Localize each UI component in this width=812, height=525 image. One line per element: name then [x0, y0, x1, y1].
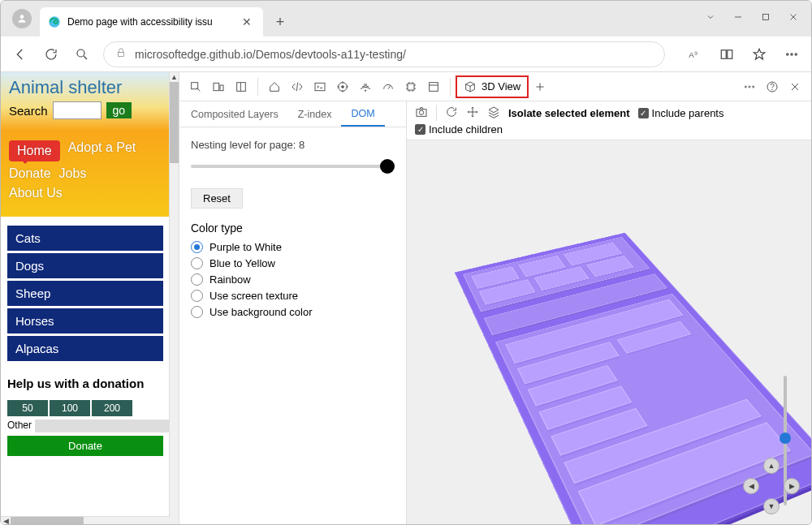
radio-icon [191, 290, 203, 302]
svg-rect-16 [214, 83, 219, 90]
tab-composited[interactable]: Composited Layers [181, 101, 288, 127]
performance-icon[interactable] [377, 75, 400, 98]
donation-amount[interactable]: 100 [50, 400, 90, 416]
profile-avatar[interactable] [12, 9, 32, 28]
network-icon[interactable] [354, 75, 377, 98]
rendered-page: Animal shelter Search go HomeAdopt a Pet… [1, 72, 179, 525]
elements-icon[interactable] [286, 75, 309, 98]
help-icon[interactable] [761, 75, 784, 98]
nav-adopt[interactable]: Adopt a Pet [68, 140, 136, 161]
add-tool-icon[interactable] [529, 75, 551, 98]
pan-icon[interactable] [466, 105, 479, 121]
page-title: Animal shelter [9, 77, 162, 98]
3d-view-canvas-panel: Isolate selected element Include parents… [407, 101, 811, 525]
svg-rect-17 [220, 85, 223, 91]
retake-icon[interactable] [445, 105, 458, 121]
search-label: Search [9, 104, 48, 118]
read-aloud-icon[interactable]: A⁹ [685, 45, 704, 64]
svg-rect-11 [728, 49, 732, 58]
nesting-slider[interactable] [191, 159, 395, 174]
back-button[interactable] [11, 45, 30, 64]
dpad-right[interactable]: ▶ [784, 478, 800, 494]
category-item[interactable]: Horses [7, 308, 163, 334]
donate-button[interactable]: Donate [7, 436, 163, 456]
radio-icon [191, 257, 203, 269]
svg-text:A⁹: A⁹ [689, 49, 698, 58]
console-icon[interactable] [309, 75, 331, 98]
color-option[interactable]: Use background color [191, 306, 395, 318]
welcome-icon[interactable] [263, 75, 286, 98]
new-tab-button[interactable]: + [268, 10, 292, 34]
include-parents-checkbox[interactable]: Include parents [638, 107, 724, 119]
search-input[interactable] [53, 101, 102, 119]
main-nav: HomeAdopt a Pet DonateJobs About Us [1, 131, 170, 217]
device-icon[interactable] [207, 75, 230, 98]
dpad-down[interactable]: ▼ [763, 498, 780, 514]
nav-home[interactable]: Home [9, 140, 60, 161]
page-scrollbar-vertical[interactable]: ▲ [169, 72, 179, 525]
category-list: Cats Dogs Sheep Horses Alpacas [1, 217, 170, 370]
color-option[interactable]: Blue to Yellow [191, 257, 395, 269]
window-controls [698, 6, 806, 28]
browser-tab[interactable]: Demo page with accessibility issu ✕ [40, 7, 263, 37]
svg-line-7 [84, 56, 87, 59]
nav-jobs[interactable]: Jobs [59, 166, 87, 181]
application-icon[interactable] [422, 75, 445, 98]
address-bar: microsoftedge.github.io/Demos/devtools-a… [1, 37, 811, 72]
category-item[interactable]: Sheep [7, 281, 163, 306]
3d-view-tab[interactable]: 3D View [456, 75, 529, 98]
donation-amount[interactable]: 50 [7, 400, 48, 416]
color-option[interactable]: Rainbow [191, 273, 395, 286]
sources-icon[interactable] [331, 75, 354, 98]
dpad-up[interactable]: ▲ [763, 458, 780, 474]
page-scrollbar-horizontal[interactable]: ◀ [1, 516, 170, 525]
edge-favicon-icon [48, 15, 61, 28]
category-item[interactable]: Alpacas [7, 336, 163, 361]
tab-close-icon[interactable]: ✕ [239, 15, 255, 28]
category-item[interactable]: Dogs [7, 253, 163, 278]
color-option[interactable]: Use screen texture [191, 290, 395, 302]
nav-about[interactable]: About Us [9, 186, 63, 200]
donation-amount[interactable]: 200 [92, 400, 132, 416]
reader-icon[interactable] [717, 45, 736, 64]
svg-point-12 [787, 53, 788, 54]
svg-point-50 [419, 110, 423, 114]
search-go-button[interactable]: go [106, 102, 132, 118]
svg-point-0 [20, 15, 24, 19]
donation-other-input[interactable] [35, 420, 172, 432]
tab-zindex[interactable]: Z-index [288, 101, 342, 127]
category-item[interactable]: Cats [7, 226, 163, 251]
url-text: microsoftedge.github.io/Demos/devtools-a… [135, 48, 406, 61]
inspect-icon[interactable] [184, 75, 207, 98]
svg-line-28 [388, 85, 391, 88]
dock-icon[interactable] [230, 75, 253, 98]
3d-view-sidebar: Composited Layers Z-index DOM Nesting le… [179, 101, 407, 525]
refresh-button[interactable] [41, 45, 61, 64]
favorite-icon[interactable] [749, 45, 769, 64]
3d-visualization[interactable]: ▲ ▼ ◀ ▶ [407, 140, 811, 525]
devtools-toolbar: 3D View [179, 72, 811, 101]
cube-icon [464, 80, 477, 93]
url-box[interactable]: microsoftedge.github.io/Demos/devtools-a… [103, 41, 665, 67]
tab-dom[interactable]: DOM [341, 101, 384, 127]
memory-icon[interactable] [400, 75, 422, 98]
include-children-checkbox[interactable]: Include children [415, 123, 503, 136]
search-icon[interactable] [72, 45, 92, 64]
more-icon[interactable] [782, 45, 801, 64]
dpad-left[interactable]: ◀ [743, 478, 759, 494]
layers-icon[interactable] [487, 105, 500, 121]
close-devtools-icon[interactable] [784, 75, 806, 98]
reset-button[interactable]: Reset [191, 188, 243, 209]
donation-other-label: Other [7, 420, 32, 432]
maximize-button[interactable] [753, 6, 779, 28]
rotate-dpad: ▲ ▼ ◀ ▶ [743, 458, 800, 514]
close-window-button[interactable] [780, 6, 806, 28]
radio-icon [191, 241, 203, 253]
minimize-button[interactable] [725, 6, 751, 28]
lock-icon [115, 47, 127, 61]
tab-actions-icon[interactable] [698, 6, 723, 28]
screenshot-icon[interactable] [415, 105, 428, 121]
color-option[interactable]: Purple to White [191, 241, 395, 253]
svg-rect-8 [119, 52, 124, 56]
toolbar-more-icon[interactable] [738, 75, 761, 98]
